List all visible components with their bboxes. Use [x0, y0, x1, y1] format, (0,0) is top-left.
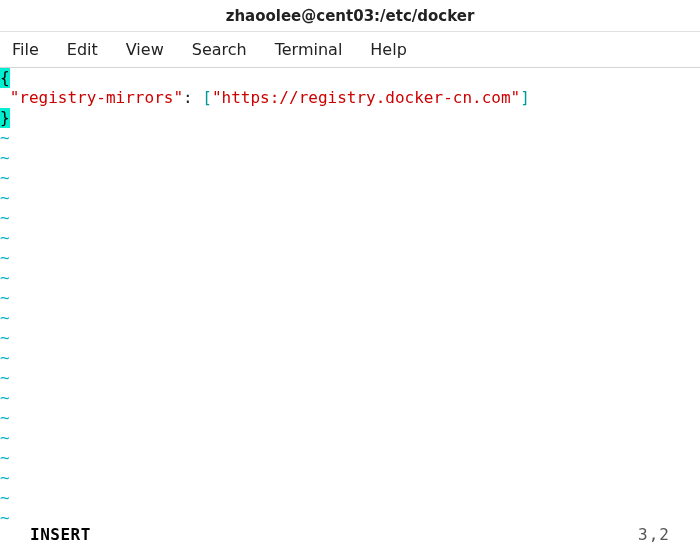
menu-search[interactable]: Search: [188, 36, 251, 63]
menu-file[interactable]: File: [8, 36, 43, 63]
close-bracket: ]: [520, 88, 530, 107]
open-bracket: [: [202, 88, 212, 107]
menu-terminal[interactable]: Terminal: [271, 36, 347, 63]
empty-line-tilde: ~: [0, 188, 700, 208]
empty-line-tilde: ~: [0, 488, 700, 508]
empty-line-tilde: ~: [0, 148, 700, 168]
menu-help[interactable]: Help: [366, 36, 410, 63]
colon: :: [183, 88, 202, 107]
title-bar: zhaoolee@cent03:/etc/docker: [0, 0, 700, 32]
empty-line-tilde: ~: [0, 328, 700, 348]
code-line-1: {: [0, 68, 700, 88]
menu-view[interactable]: View: [122, 36, 168, 63]
empty-line-tilde: ~: [0, 468, 700, 488]
empty-line-tilde: ~: [0, 368, 700, 388]
empty-line-tilde: ~: [0, 508, 700, 526]
empty-line-tilde: ~: [0, 448, 700, 468]
json-key: "registry-mirrors": [10, 88, 183, 107]
empty-line-tilde: ~: [0, 208, 700, 228]
empty-line-tilde: ~: [0, 128, 700, 148]
empty-line-tilde: ~: [0, 228, 700, 248]
menu-bar: File Edit View Search Terminal Help: [0, 32, 700, 68]
empty-line-tilde: ~: [0, 308, 700, 328]
empty-line-tilde: ~: [0, 168, 700, 188]
window-title: zhaoolee@cent03:/etc/docker: [226, 7, 475, 25]
code-line-2: "registry-mirrors": ["https://registry.d…: [0, 88, 700, 108]
close-brace: }: [0, 108, 10, 128]
empty-line-tilde: ~: [0, 348, 700, 368]
open-brace: {: [0, 68, 10, 88]
empty-line-tilde: ~: [0, 248, 700, 268]
empty-line-tilde: ~: [0, 388, 700, 408]
editor-area[interactable]: { "registry-mirrors": ["https://registry…: [0, 68, 700, 526]
empty-line-tilde: ~: [0, 288, 700, 308]
empty-line-tilde: ~: [0, 268, 700, 288]
menu-edit[interactable]: Edit: [63, 36, 102, 63]
code-line-3: }: [0, 108, 700, 128]
json-value: "https://registry.docker-cn.com": [212, 88, 520, 107]
empty-line-tilde: ~: [0, 428, 700, 448]
cursor-position: 3,2: [638, 525, 670, 544]
empty-line-tilde: ~: [0, 408, 700, 428]
vim-status-bar: INSERT 3,2: [0, 526, 700, 544]
vim-mode-indicator: INSERT: [30, 525, 91, 544]
